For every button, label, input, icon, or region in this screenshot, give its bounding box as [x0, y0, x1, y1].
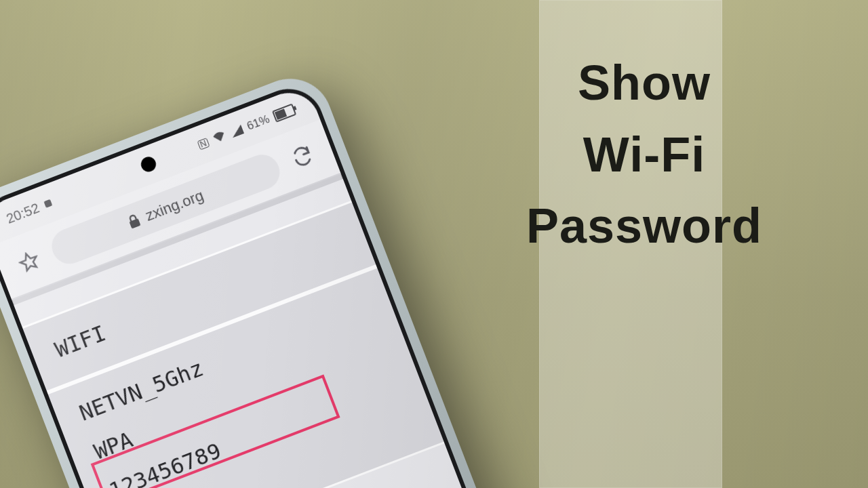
status-nfc-icon: N [197, 138, 210, 150]
status-battery-icon [272, 104, 296, 123]
status-battery-text: 61% [245, 113, 271, 134]
status-time: 20:52 [4, 200, 41, 226]
svg-marker-0 [18, 251, 40, 272]
overlay-title: Show Wi-Fi Password [468, 37, 821, 272]
overlay-line-3: Password [468, 201, 821, 252]
scene-root: Show Wi-Fi Password 20:52 N [0, 0, 868, 488]
status-wifi-icon [211, 129, 229, 147]
refresh-icon[interactable] [283, 138, 322, 176]
address-bar-url: zxing.org [143, 187, 206, 225]
bookmark-star-icon[interactable] [9, 243, 48, 281]
wifi-header-text: WIFI [52, 320, 110, 363]
overlay-line-2: Wi-Fi [468, 129, 821, 181]
lock-icon [126, 213, 142, 230]
wifi-security-value: WPA [90, 427, 136, 465]
status-signal-icon [229, 125, 244, 138]
overlay-line-1: Show [468, 58, 821, 109]
status-notification-icon [44, 199, 53, 208]
